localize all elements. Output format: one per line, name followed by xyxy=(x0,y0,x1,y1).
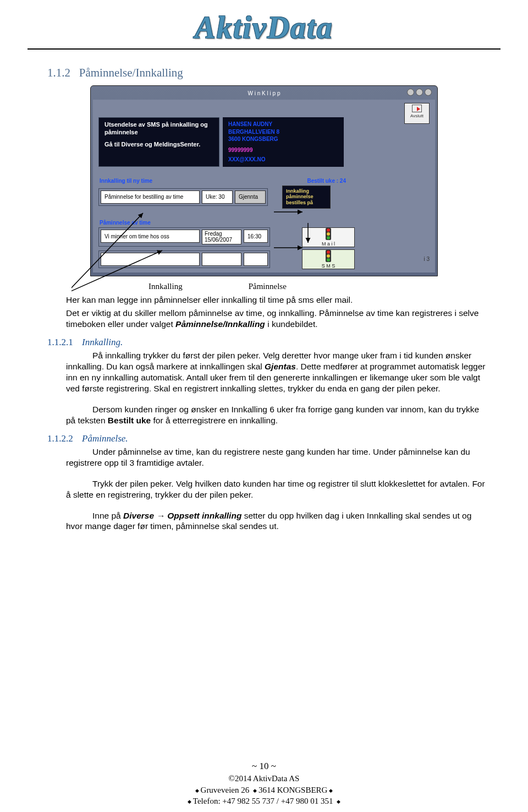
traffic-light-icon xyxy=(326,250,331,262)
paminnelse-label: Påminnelse av time xyxy=(100,220,151,226)
mail-button[interactable]: M a i l xyxy=(302,227,355,247)
exit-label: Avslutt xyxy=(410,113,424,118)
subsection-1-title: Innkalling. xyxy=(82,337,123,347)
corner-counter: i 3 xyxy=(424,256,430,262)
reminder-time-2[interactable] xyxy=(244,253,268,266)
reminder-message-input[interactable]: Vi minner om time hos oss xyxy=(101,230,200,243)
window-button-max[interactable] xyxy=(416,89,423,96)
subsection-2-title: Påminnelse. xyxy=(82,433,128,444)
diamond-icon xyxy=(251,786,258,794)
intro-line-2: Det er viktig at du skiller mellom påmin… xyxy=(66,308,488,330)
reminder-slot-2[interactable] xyxy=(101,253,200,266)
customer-city: 3600 KONGSBERG xyxy=(228,135,338,143)
sms-button[interactable]: S M S xyxy=(302,249,355,269)
section-heading: 1.1.2 Påminnelse/Innkalling xyxy=(47,66,501,80)
sms-info-line2: Gå til Diverse og MeldingsSenter. xyxy=(105,141,213,149)
mail-label: M a i l xyxy=(322,241,335,247)
sub2-para-2: Trykk der pilen peker. Velg hvilken dato… xyxy=(66,478,488,500)
subsection-1-number: 1.1.2.1 xyxy=(47,337,73,347)
customer-phone: 99999999 xyxy=(228,146,338,154)
window-button-close[interactable] xyxy=(425,89,432,96)
sms-info-panel: Utsendelse av SMS på innkalling og påmin… xyxy=(98,117,219,167)
section-number: 1.1.2 xyxy=(47,66,70,79)
traffic-light-icon xyxy=(326,228,331,240)
bestilling-message-input[interactable]: Påminnelse for bestilling av time xyxy=(101,190,200,204)
caption-paminnelse: Påminnelse xyxy=(249,282,287,291)
diamond-icon xyxy=(327,786,334,794)
window-titlebar: W i n K l i p p xyxy=(93,88,435,98)
customer-name: HANSEN AUDNY xyxy=(228,121,338,128)
sms-label: S M S xyxy=(322,263,336,269)
subsection-1-heading: 1.1.2.1 Innkalling. xyxy=(47,337,501,348)
footer-address: Gruveveien 26 3614 KONGSBERG xyxy=(0,784,528,795)
innkalling-label: Innkalling til ny time xyxy=(100,178,152,184)
page-number: ~ 10 ~ xyxy=(0,760,528,773)
caption-innkalling: Innkalling xyxy=(148,282,183,291)
diamond-icon xyxy=(186,797,193,805)
exit-button[interactable]: Avslutt xyxy=(404,103,430,124)
reminder-date-2[interactable] xyxy=(202,253,241,266)
reminder-date-input[interactable]: Fredag 15/06/2007 xyxy=(202,230,241,244)
customer-address: BERGHALLVEIEN 8 xyxy=(228,128,338,136)
customer-email: XXX@XXX.NO xyxy=(228,156,338,164)
sub2-para-1: Under påminnelse av time, kan du registr… xyxy=(66,446,488,468)
sms-info-line1: Utsendelse av SMS på innkalling og påmin… xyxy=(105,121,213,137)
bestilles-panel: Innkalling påminnelse bestilles på xyxy=(282,186,331,209)
window-title: W i n K l i p p xyxy=(248,90,280,96)
diamond-icon xyxy=(194,786,201,794)
arrow-icon xyxy=(156,511,165,520)
footer-phone: Telefon: +47 982 55 737 / +47 980 01 351 xyxy=(0,795,528,806)
sub1-para-2: Dersom kunden ringer og ønsker en Innkal… xyxy=(66,404,488,426)
header-rule xyxy=(28,48,501,50)
subsection-2-number: 1.1.2.2 xyxy=(47,433,73,444)
exit-icon xyxy=(412,105,422,112)
customer-panel: HANSEN AUDNY BERGHALLVEIEN 8 3600 KONGSB… xyxy=(223,117,344,167)
logo: AktivData xyxy=(195,10,333,45)
intro-line-1: Her kan man legge inn påminnelser eller … xyxy=(66,295,488,306)
sub1-para-1: På innkalling trykker du først der pilen… xyxy=(66,350,488,394)
section-title: Påminnelse/Innkalling xyxy=(79,66,183,79)
bestilt-uke-label[interactable]: Bestilt uke : 24 xyxy=(307,178,346,184)
copyright-icon xyxy=(229,774,235,783)
subsection-2-heading: 1.1.2.2 Påminnelse. xyxy=(47,433,501,444)
uke-input[interactable]: Uke: 30 xyxy=(202,190,233,204)
sub2-para-3: Inne på Diverse Oppsett innkalling sette… xyxy=(66,510,488,532)
reminder-time-input[interactable]: 16:30 xyxy=(244,230,268,243)
app-screenshot: W i n K l i p p Avslutt Utsendelse av SM… xyxy=(90,85,438,276)
page-footer: ~ 10 ~ 2014 AktivData AS Gruveveien 26 3… xyxy=(0,760,528,806)
window-button-min[interactable] xyxy=(407,89,414,96)
diamond-icon xyxy=(335,797,342,805)
footer-copyright: 2014 AktivData AS xyxy=(0,773,528,784)
gjennta-button[interactable]: Gjennta xyxy=(235,190,266,204)
